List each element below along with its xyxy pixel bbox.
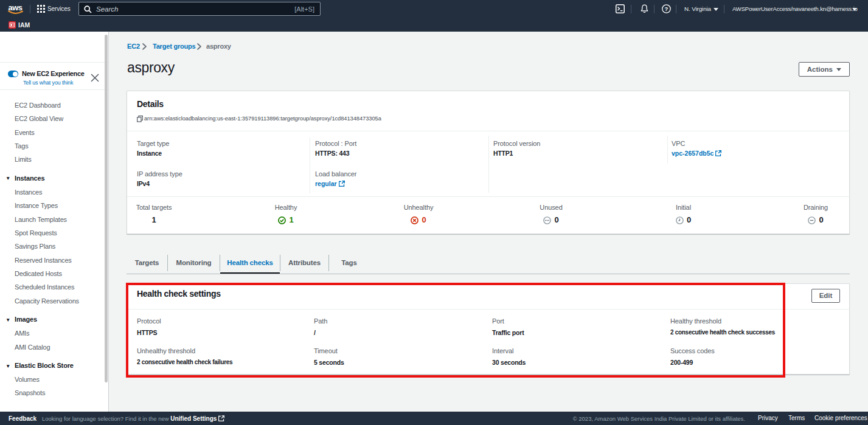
svg-text:?: ? [665,5,668,12]
svg-text:aws: aws [9,3,23,12]
